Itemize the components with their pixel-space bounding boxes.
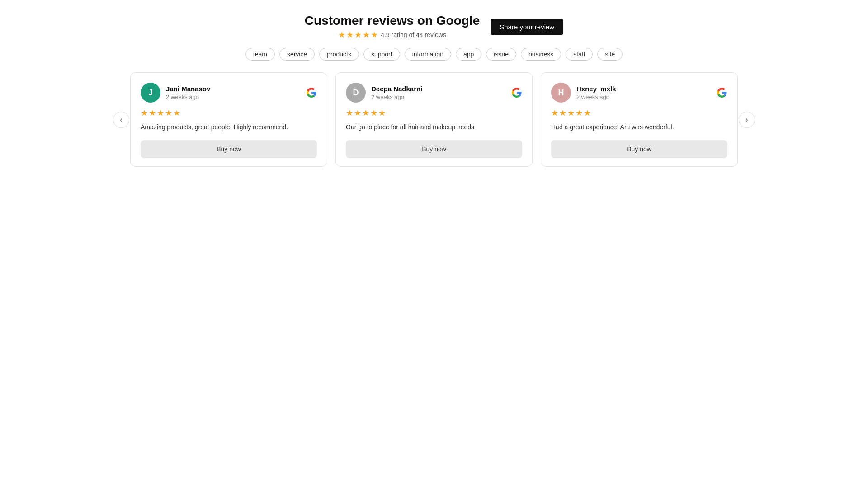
review-star-2-3: ★ — [576, 108, 583, 118]
review-star-1-0: ★ — [346, 108, 353, 118]
review-star-1-1: ★ — [354, 108, 361, 118]
filter-tag-app[interactable]: app — [456, 48, 481, 61]
filter-tag-products[interactable]: products — [319, 48, 359, 61]
reviewer-header-1: D Deepa Nadkarni 2 weeks ago — [346, 83, 522, 103]
rating-line: ★ ★ ★ ★ ★ 4.9 rating of 44 reviews — [305, 30, 480, 40]
buy-button-2[interactable]: Buy now — [551, 140, 727, 158]
avatar-2: H — [551, 83, 571, 103]
review-star-2-2: ★ — [567, 108, 575, 118]
filter-tag-business[interactable]: business — [521, 48, 561, 61]
review-star-0-0: ★ — [141, 108, 148, 118]
filter-tag-site[interactable]: site — [597, 48, 623, 61]
star-1: ★ — [338, 30, 345, 40]
buy-button-0[interactable]: Buy now — [141, 140, 317, 158]
reviewer-info-0: J Jani Manasov 2 weeks ago — [141, 83, 210, 103]
review-star-0-3: ★ — [165, 108, 172, 118]
reviews-container: J Jani Manasov 2 weeks ago ★★★★★ Amazing… — [129, 70, 739, 169]
review-card-2: H Hxney_mxlk 2 weeks ago ★★★★★ Had a gre… — [541, 72, 738, 167]
reviews-carousel: ‹ J Jani Manasov 2 weeks ago ★★★★★ Amazi… — [113, 70, 755, 169]
chevron-right-icon: › — [745, 116, 748, 124]
reviewer-info-1: D Deepa Nadkarni 2 weeks ago — [346, 83, 422, 103]
review-card-0: J Jani Manasov 2 weeks ago ★★★★★ Amazing… — [130, 72, 327, 167]
reviewer-header-2: H Hxney_mxlk 2 weeks ago — [551, 83, 727, 103]
filter-tags: teamserviceproductssupportinformationapp… — [113, 48, 755, 61]
reviewer-details-2: Hxney_mxlk 2 weeks ago — [576, 85, 616, 100]
avatar-1: D — [346, 83, 366, 103]
review-star-1-3: ★ — [370, 108, 377, 118]
filter-tag-service[interactable]: service — [279, 48, 315, 61]
filter-tag-issue[interactable]: issue — [486, 48, 516, 61]
review-star-0-4: ★ — [173, 108, 180, 118]
buy-button-1[interactable]: Buy now — [346, 140, 522, 158]
reviewer-name-2: Hxney_mxlk — [576, 85, 616, 93]
filter-tag-information[interactable]: information — [405, 48, 451, 61]
review-stars-1: ★★★★★ — [346, 108, 522, 118]
reviewer-time-2: 2 weeks ago — [576, 94, 616, 100]
reviewer-header-0: J Jani Manasov 2 weeks ago — [141, 83, 317, 103]
star-2: ★ — [346, 30, 354, 40]
star-3: ★ — [354, 30, 362, 40]
carousel-next-button[interactable]: › — [739, 112, 755, 128]
review-star-1-4: ★ — [378, 108, 386, 118]
reviewer-name-0: Jani Manasov — [166, 85, 210, 93]
share-review-button[interactable]: Share your review — [491, 19, 563, 35]
avatar-0: J — [141, 83, 160, 103]
reviewer-time-0: 2 weeks ago — [166, 94, 210, 100]
rating-text: 4.9 rating of 44 reviews — [381, 31, 446, 38]
reviewer-details-0: Jani Manasov 2 weeks ago — [166, 85, 210, 100]
title-block: Customer reviews on Google ★ ★ ★ ★ ★ 4.9… — [305, 14, 480, 40]
reviewer-time-1: 2 weeks ago — [371, 94, 422, 100]
filter-tag-staff[interactable]: staff — [566, 48, 593, 61]
review-text-2: Had a great experience! Aru was wonderfu… — [551, 122, 727, 132]
review-text-0: Amazing products, great people! Highly r… — [141, 122, 317, 132]
header-section: Customer reviews on Google ★ ★ ★ ★ ★ 4.9… — [113, 14, 755, 40]
review-text-1: Our go to place for all hair and makeup … — [346, 122, 522, 132]
review-star-0-2: ★ — [157, 108, 164, 118]
review-star-2-1: ★ — [559, 108, 566, 118]
review-stars-0: ★★★★★ — [141, 108, 317, 118]
filter-tag-team[interactable]: team — [245, 48, 275, 61]
carousel-prev-button[interactable]: ‹ — [113, 112, 129, 128]
review-star-1-2: ★ — [362, 108, 369, 118]
reviewer-info-2: H Hxney_mxlk 2 weeks ago — [551, 83, 616, 103]
review-star-2-4: ★ — [584, 108, 591, 118]
filter-tag-support[interactable]: support — [363, 48, 400, 61]
star-4: ★ — [363, 30, 370, 40]
page-title: Customer reviews on Google — [305, 14, 480, 28]
review-stars-2: ★★★★★ — [551, 108, 727, 118]
review-card-1: D Deepa Nadkarni 2 weeks ago ★★★★★ Our g… — [335, 72, 533, 167]
review-star-0-1: ★ — [149, 108, 156, 118]
chevron-left-icon: ‹ — [120, 116, 122, 124]
reviewer-details-1: Deepa Nadkarni 2 weeks ago — [371, 85, 422, 100]
reviewer-name-1: Deepa Nadkarni — [371, 85, 422, 93]
header-stars: ★ ★ ★ ★ ★ — [338, 30, 378, 40]
star-5: ★ — [371, 30, 378, 40]
review-star-2-0: ★ — [551, 108, 558, 118]
